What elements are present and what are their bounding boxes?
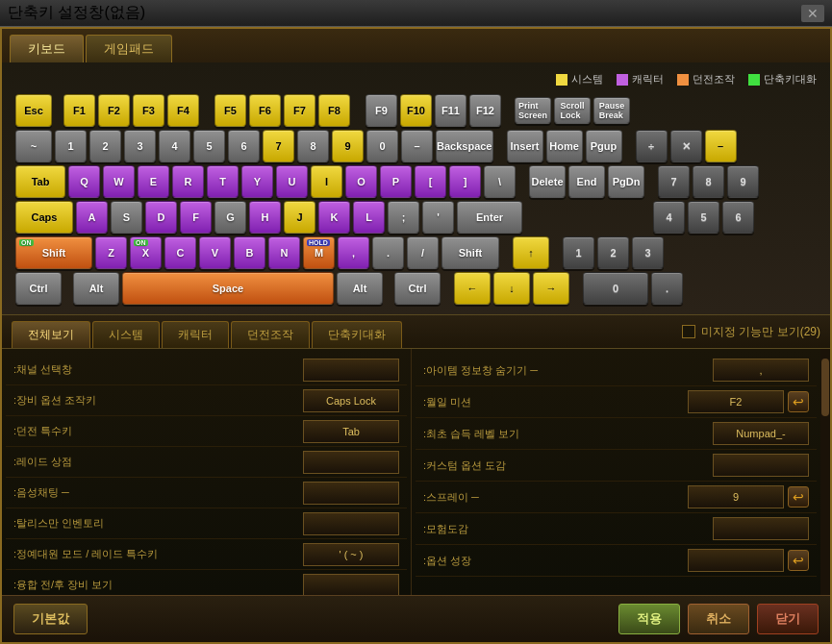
key-prtsc[interactable]: PrintScreen: [515, 97, 551, 124]
key-pause[interactable]: PauseBreak: [593, 97, 630, 124]
key-f1[interactable]: F1: [63, 94, 95, 127]
key-j[interactable]: J: [284, 201, 315, 234]
key-num-div[interactable]: ÷: [636, 130, 668, 162]
key-w[interactable]: W: [103, 165, 135, 198]
key-space[interactable]: Space: [122, 272, 334, 305]
reset-daily-mission-button[interactable]: ↩: [788, 391, 809, 412]
key-f8[interactable]: F8: [318, 94, 350, 127]
key-t[interactable]: T: [207, 165, 239, 198]
shortcut-key-raid-shop[interactable]: [303, 451, 399, 474]
tab-system[interactable]: 시스템: [92, 321, 160, 348]
key-num-0[interactable]: 0: [583, 272, 648, 305]
close-button[interactable]: 닫기: [757, 604, 819, 634]
key-scroll[interactable]: ScrollLock: [554, 97, 591, 124]
key-0[interactable]: 0: [366, 130, 398, 162]
key-7[interactable]: 7: [263, 130, 294, 162]
key-arrow-down[interactable]: ↓: [493, 272, 530, 305]
key-ctrl-r[interactable]: Ctrl: [394, 272, 441, 305]
key-arrow-left[interactable]: ←: [454, 272, 491, 305]
key-num-mul[interactable]: ✕: [670, 130, 702, 162]
shortcut-key-item-hide[interactable]: ,: [713, 359, 809, 382]
tab-gamepad[interactable]: 게임패드: [86, 35, 172, 62]
key-num-7[interactable]: 7: [658, 165, 690, 198]
close-icon[interactable]: ✕: [801, 5, 824, 22]
key-f11[interactable]: F11: [435, 94, 466, 127]
key-2[interactable]: 2: [89, 130, 121, 162]
shortcut-key-dungeon-special[interactable]: Tab: [303, 420, 399, 443]
shortcut-key-voice[interactable]: [303, 482, 399, 505]
key-b[interactable]: B: [234, 236, 265, 269]
key-quote[interactable]: ': [422, 201, 454, 234]
tab-all[interactable]: 전체보기: [12, 321, 90, 348]
key-f[interactable]: F: [180, 201, 212, 234]
key-f4[interactable]: F4: [167, 94, 199, 127]
shortcut-key-spray[interactable]: 9: [688, 485, 784, 508]
key-caps[interactable]: Caps: [15, 201, 73, 234]
key-num-5[interactable]: 5: [688, 201, 719, 234]
key-p[interactable]: P: [380, 165, 412, 198]
key-num-dot[interactable]: .: [651, 272, 683, 305]
key-num-1[interactable]: 1: [563, 236, 594, 269]
key-z[interactable]: Z: [95, 236, 127, 269]
key-o[interactable]: O: [345, 165, 377, 198]
key-4[interactable]: 4: [159, 130, 190, 162]
key-n[interactable]: N: [268, 236, 300, 269]
key-bracket-l[interactable]: [: [415, 165, 446, 198]
cancel-button[interactable]: 취소: [688, 604, 749, 634]
key-backspace[interactable]: Backspace: [436, 130, 493, 162]
key-shift-r[interactable]: Shift: [441, 236, 499, 269]
shortcut-key-adventure[interactable]: [713, 517, 809, 540]
default-button[interactable]: 기본값: [13, 604, 88, 634]
reset-option-growth-button[interactable]: ↩: [788, 550, 809, 571]
key-f9[interactable]: F9: [366, 94, 397, 127]
key-y[interactable]: Y: [241, 165, 273, 198]
key-enter[interactable]: Enter: [457, 201, 522, 234]
shortcut-key-custom-option[interactable]: [713, 454, 809, 477]
key-5[interactable]: 5: [193, 130, 225, 162]
key-num-6[interactable]: 6: [722, 201, 754, 234]
scrollbar[interactable]: [820, 349, 830, 595]
key-m[interactable]: HOLD M: [303, 236, 335, 269]
key-u[interactable]: U: [276, 165, 308, 198]
key-alt-r[interactable]: Alt: [337, 272, 383, 305]
key-num-9[interactable]: 9: [727, 165, 759, 198]
key-g[interactable]: G: [214, 201, 246, 234]
key-backslash[interactable]: \: [484, 165, 516, 198]
key-a[interactable]: A: [76, 201, 108, 234]
key-8[interactable]: 8: [297, 130, 329, 162]
key-semicolon[interactable]: ;: [388, 201, 419, 234]
key-f3[interactable]: F3: [133, 94, 164, 127]
key-v[interactable]: V: [199, 236, 231, 269]
key-c[interactable]: C: [164, 236, 196, 269]
key-period[interactable]: .: [372, 236, 404, 269]
key-delete[interactable]: Delete: [529, 165, 566, 198]
key-f2[interactable]: F2: [98, 94, 130, 127]
key-num-sub[interactable]: –: [705, 130, 737, 162]
tab-dungeon[interactable]: 던전조작: [231, 321, 310, 348]
reset-spray-button[interactable]: ↩: [788, 486, 809, 508]
key-l[interactable]: L: [353, 201, 385, 234]
key-tab[interactable]: Tab: [15, 165, 65, 198]
key-d[interactable]: D: [145, 201, 177, 234]
key-3[interactable]: 3: [124, 130, 156, 162]
unmapped-checkbox[interactable]: [682, 325, 695, 338]
key-i[interactable]: I: [311, 165, 342, 198]
key-pgdn[interactable]: PgDn: [608, 165, 644, 198]
key-h[interactable]: H: [249, 201, 281, 234]
key-arrow-right[interactable]: →: [533, 272, 569, 305]
key-pgup[interactable]: Pgup: [586, 130, 622, 162]
key-alt-l[interactable]: Alt: [73, 272, 119, 305]
key-f6[interactable]: F6: [249, 94, 281, 127]
key-insert[interactable]: Insert: [507, 130, 543, 162]
key-f7[interactable]: F7: [284, 94, 315, 127]
shortcut-key-talisman[interactable]: [303, 512, 399, 535]
shortcut-key-equipment[interactable]: Caps Lock: [303, 389, 399, 412]
key-s[interactable]: S: [111, 201, 142, 234]
key-shift-l[interactable]: ON Shift: [15, 236, 92, 269]
key-comma[interactable]: ,: [338, 236, 369, 269]
key-f5[interactable]: F5: [214, 94, 246, 127]
shortcut-key-option-growth[interactable]: [688, 549, 784, 572]
key-num-4[interactable]: 4: [653, 201, 685, 234]
tab-shortcut[interactable]: 단축키대화: [312, 321, 402, 348]
key-end[interactable]: End: [568, 165, 605, 198]
